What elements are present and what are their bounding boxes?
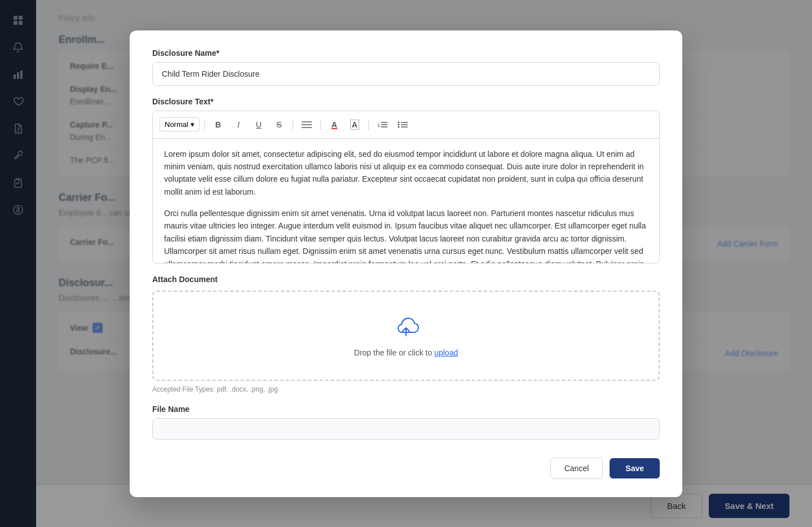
align-button[interactable] <box>298 116 316 134</box>
svg-point-19 <box>398 126 399 128</box>
strikethrough-button[interactable]: S <box>270 116 288 134</box>
font-color-button[interactable]: A <box>325 116 343 134</box>
accepted-types-text: Accepted File Types: pdf, .docx, .png, .… <box>152 385 660 393</box>
upload-link[interactable]: upload <box>434 348 458 357</box>
toolbar-divider-2 <box>293 119 293 130</box>
font-highlight-button[interactable]: A <box>346 116 364 134</box>
file-name-label: File Name <box>152 405 660 414</box>
svg-point-17 <box>398 121 399 123</box>
cloud-upload-icon <box>390 314 422 341</box>
rte-toolbar: Normal ▾ B I U S A A <box>153 111 659 139</box>
format-select[interactable]: Normal ▾ <box>160 117 200 131</box>
ordered-list-button[interactable]: 1. <box>373 116 391 134</box>
drop-zone-text: Drop the file or click to upload <box>354 348 458 357</box>
attach-document-label: Attach Document <box>152 275 660 284</box>
save-button[interactable]: Save <box>610 458 660 478</box>
modal-footer: Cancel Save <box>152 458 660 479</box>
modal-overlay: Disclosure Name* Disclosure Text* Normal… <box>0 0 812 527</box>
rte-body[interactable]: Lorem ipsum dolor sit amet, consectetur … <box>153 139 659 263</box>
toolbar-divider-3 <box>320 119 321 130</box>
svg-text:1.: 1. <box>377 122 382 128</box>
disclosure-name-label: Disclosure Name* <box>152 49 660 58</box>
unordered-list-button[interactable] <box>394 116 412 134</box>
cancel-button[interactable]: Cancel <box>550 458 603 479</box>
svg-point-18 <box>398 124 399 125</box>
toolbar-divider-4 <box>368 119 369 130</box>
italic-button[interactable]: I <box>230 116 248 134</box>
disclosure-text-label: Disclosure Text* <box>152 97 660 106</box>
disclosure-modal: Disclosure Name* Disclosure Text* Normal… <box>130 30 682 497</box>
chevron-down-icon: ▾ <box>191 120 195 129</box>
file-drop-zone[interactable]: Drop the file or click to upload <box>152 291 660 381</box>
file-name-input[interactable] <box>152 418 660 440</box>
disclosure-name-input[interactable] <box>152 62 660 86</box>
underline-button[interactable]: U <box>250 116 268 134</box>
bold-button[interactable]: B <box>209 116 227 134</box>
toolbar-divider-1 <box>204 119 205 130</box>
rich-text-editor: Normal ▾ B I U S A A <box>152 111 660 264</box>
